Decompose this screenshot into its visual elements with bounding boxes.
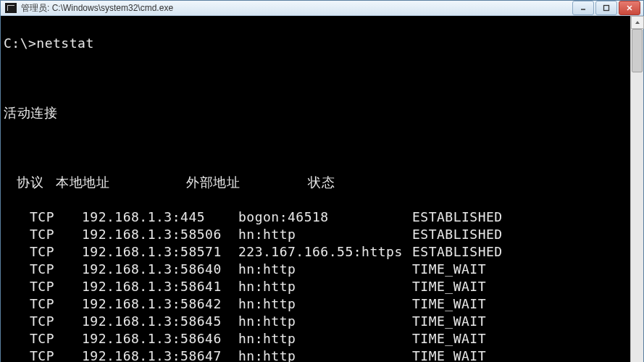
section-title: 活动连接 [4, 104, 627, 122]
cell-proto: TCP [30, 295, 82, 313]
cell-proto: TCP [30, 278, 82, 295]
cell-state: TIME_WAIT [412, 261, 627, 278]
cell-foreign: hn:http [238, 330, 412, 348]
cell-proto: TCP [30, 348, 82, 362]
cell-proto: TCP [30, 209, 82, 226]
cell-local: 192.168.1.3:58645 [82, 313, 238, 330]
prompt: C:\> [4, 35, 36, 52]
cell-foreign: hn:http [238, 226, 412, 243]
cell-local: 192.168.1.3:58640 [82, 261, 238, 278]
window-title: 管理员: C:\Windows\system32\cmd.exe [21, 2, 571, 14]
table-row: TCP192.168.1.3:58641hn:httpTIME_WAIT [4, 278, 627, 295]
cell-proto: TCP [30, 313, 82, 330]
table-row: TCP192.168.1.3:445bogon:46518ESTABLISHED [4, 209, 627, 226]
cell-local: 192.168.1.3:58642 [82, 295, 238, 313]
cmd-icon [5, 3, 17, 13]
scroll-track-v[interactable] [631, 29, 643, 362]
cell-proto: TCP [30, 243, 82, 261]
cell-foreign: hn:http [238, 295, 412, 313]
header-foreign: 外部地址 [186, 174, 308, 191]
cell-state: TIME_WAIT [412, 348, 627, 362]
window-controls [571, 1, 640, 15]
header-local: 本地地址 [56, 174, 186, 191]
cell-state: TIME_WAIT [412, 313, 627, 330]
command: netstat [36, 35, 93, 52]
close-button[interactable] [619, 1, 640, 15]
cell-foreign: hn:http [238, 278, 412, 295]
terminal[interactable]: C:\>netstat 活动连接 协议本地地址外部地址状态 TCP192.168… [1, 16, 630, 362]
cell-local: 192.168.1.3:58646 [82, 330, 238, 348]
cell-proto: TCP [30, 226, 82, 243]
cell-state: TIME_WAIT [412, 330, 627, 348]
minimize-button[interactable] [572, 1, 594, 15]
table-row: TCP192.168.1.3:58646hn:httpTIME_WAIT [4, 330, 627, 348]
table-row: TCP192.168.1.3:58645hn:httpTIME_WAIT [4, 313, 627, 330]
table-body: TCP192.168.1.3:445bogon:46518ESTABLISHED… [4, 209, 627, 362]
table-row: TCP192.168.1.3:58571223.167.166.55:https… [4, 243, 627, 261]
maximize-button[interactable] [595, 1, 617, 15]
table-row: TCP192.168.1.3:58642hn:httpTIME_WAIT [4, 295, 627, 313]
scroll-up-button[interactable] [631, 16, 644, 29]
cell-state: TIME_WAIT [412, 295, 627, 313]
cell-local: 192.168.1.3:445 [82, 209, 238, 226]
cell-foreign: bogon:46518 [238, 209, 412, 226]
table-row: TCP192.168.1.3:58506hn:httpESTABLISHED [4, 226, 627, 243]
header-state: 状态 [308, 174, 335, 191]
titlebar[interactable]: 管理员: C:\Windows\system32\cmd.exe [1, 1, 643, 16]
cell-local: 192.168.1.3:58506 [82, 226, 238, 243]
cell-foreign: 223.167.166.55:https [238, 243, 412, 261]
cell-foreign: hn:http [238, 313, 412, 330]
cell-foreign: hn:http [238, 261, 412, 278]
svg-rect-1 [604, 6, 609, 11]
header-proto: 协议 [4, 174, 56, 191]
terminal-area: C:\>netstat 活动连接 协议本地地址外部地址状态 TCP192.168… [1, 16, 643, 362]
table-row: TCP192.168.1.3:58647hn:httpTIME_WAIT [4, 348, 627, 362]
cell-state: ESTABLISHED [412, 226, 627, 243]
cell-local: 192.168.1.3:58571 [82, 243, 238, 261]
cell-proto: TCP [30, 330, 82, 348]
cell-local: 192.168.1.3:58647 [82, 348, 238, 362]
cell-local: 192.168.1.3:58641 [82, 278, 238, 295]
cell-state: ESTABLISHED [412, 243, 627, 261]
svg-marker-4 [635, 21, 640, 24]
cmd-window: 管理员: C:\Windows\system32\cmd.exe C:\>net… [0, 0, 644, 362]
table-row: TCP192.168.1.3:58640hn:httpTIME_WAIT [4, 261, 627, 278]
vertical-scrollbar[interactable] [630, 16, 643, 362]
table-header: 协议本地地址外部地址状态 [4, 174, 627, 191]
scroll-thumb-v[interactable] [632, 29, 643, 72]
cell-foreign: hn:http [238, 348, 412, 362]
cell-state: ESTABLISHED [412, 209, 627, 226]
cell-state: TIME_WAIT [412, 278, 627, 295]
cell-proto: TCP [30, 261, 82, 278]
